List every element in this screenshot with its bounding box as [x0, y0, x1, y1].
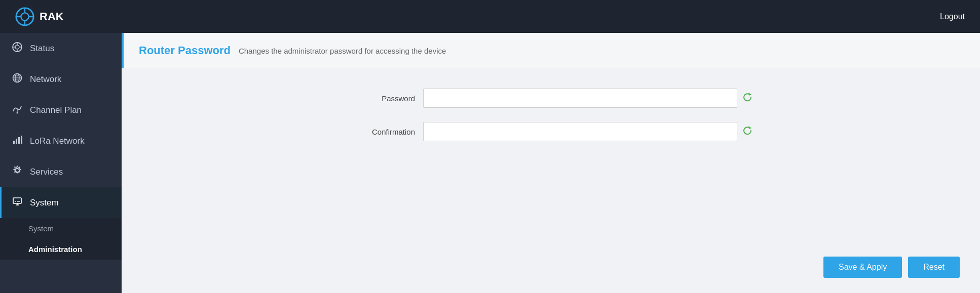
password-input[interactable]: [423, 89, 737, 108]
top-header: RAK Logout: [0, 0, 980, 33]
lora-network-icon: [12, 135, 23, 147]
action-bar: Save & Apply Reset: [122, 246, 980, 293]
svg-rect-21: [18, 137, 20, 144]
sidebar-sub-label-system: System: [28, 224, 54, 233]
confirmation-row: Confirmation: [122, 122, 980, 141]
sidebar-label-channel-plan: Channel Plan: [30, 105, 82, 115]
system-icon: [12, 196, 23, 209]
sidebar-sub-item-system[interactable]: System: [0, 218, 122, 239]
svg-point-17: [17, 112, 18, 114]
rak-logo-icon: [15, 7, 34, 26]
page-header: Router Password Changes the administrato…: [122, 33, 980, 68]
sidebar-item-status[interactable]: Status: [0, 33, 122, 64]
sidebar-item-network[interactable]: Network: [0, 64, 122, 95]
svg-rect-20: [16, 139, 17, 144]
form-section: Password Confirmation: [122, 68, 980, 246]
brand-logo: RAK: [15, 7, 64, 26]
sidebar: Status Network C: [0, 33, 122, 293]
channel-plan-icon: [12, 104, 23, 116]
sidebar-sub-item-administration[interactable]: Administration: [0, 239, 122, 260]
svg-point-7: [15, 45, 19, 49]
content-area: Router Password Changes the administrato…: [122, 33, 980, 293]
page-subtitle: Changes the administrator password for a…: [239, 47, 446, 55]
services-icon: [12, 165, 23, 178]
sidebar-label-status: Status: [30, 44, 54, 54]
network-icon: [12, 73, 23, 86]
main-layout: Status Network C: [0, 33, 980, 293]
sidebar-submenu: System Administration: [0, 218, 122, 260]
confirmation-label: Confirmation: [349, 128, 415, 136]
sidebar-sub-label-administration: Administration: [28, 245, 82, 254]
save-apply-button[interactable]: Save & Apply: [823, 257, 902, 278]
svg-rect-24: [13, 198, 21, 203]
logout-button[interactable]: Logout: [940, 12, 965, 21]
sidebar-item-lora-network[interactable]: LoRa Network: [0, 125, 122, 156]
svg-rect-22: [21, 136, 22, 144]
brand-name: RAK: [40, 10, 64, 23]
sidebar-item-services[interactable]: Services: [0, 156, 122, 187]
page-title: Router Password: [139, 44, 231, 57]
svg-rect-19: [13, 141, 15, 144]
confirmation-refresh-icon[interactable]: [742, 125, 752, 138]
password-label: Password: [349, 94, 415, 103]
svg-point-1: [21, 13, 28, 20]
sidebar-label-network: Network: [30, 74, 61, 85]
status-icon: [12, 42, 23, 55]
sidebar-label-services: Services: [30, 167, 63, 177]
confirmation-input[interactable]: [423, 122, 737, 141]
sidebar-label-system: System: [30, 198, 59, 208]
password-refresh-icon[interactable]: [742, 92, 752, 105]
reset-button[interactable]: Reset: [908, 257, 960, 278]
sidebar-label-lora-network: LoRa Network: [30, 136, 85, 146]
sidebar-item-channel-plan[interactable]: Channel Plan: [0, 95, 122, 125]
password-row: Password: [122, 89, 980, 108]
sidebar-item-system[interactable]: System: [0, 187, 122, 218]
